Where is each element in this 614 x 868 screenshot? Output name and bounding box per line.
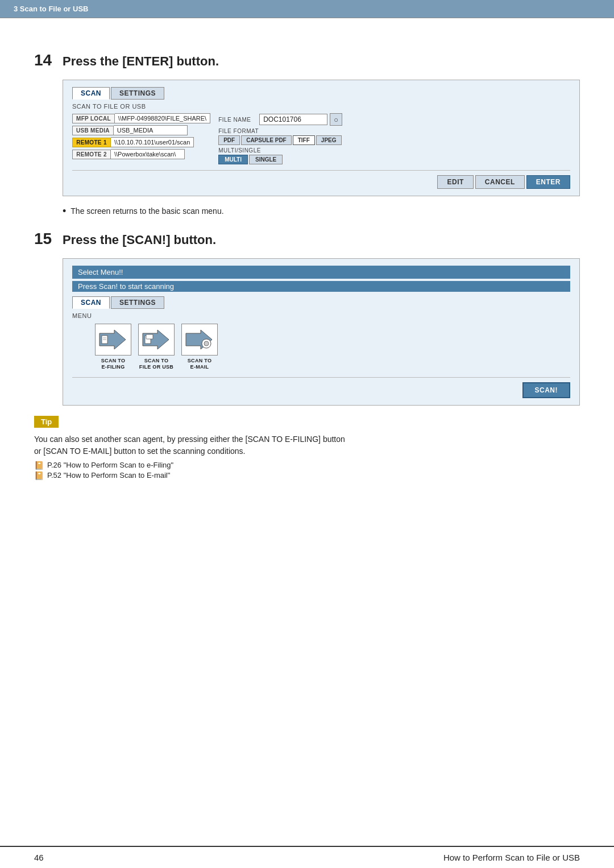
right-col-14: FILE NAME DOC101706 ○ FILE FORMAT PDF CA…	[210, 113, 570, 164]
step14-note-text: The screen returns to the basic scan men…	[70, 206, 223, 216]
fmt-pdf[interactable]: PDF	[218, 135, 240, 145]
tab-settings-15[interactable]: SETTINGS	[111, 296, 164, 309]
header-label: 3 Scan to File or USB	[14, 5, 88, 13]
scan-efiling-label: SCAN TOE-FILING	[101, 358, 125, 370]
fmt-jpeg[interactable]: JPEG	[316, 135, 342, 145]
dest-label-remote2[interactable]: REMOTE 2	[72, 150, 111, 159]
enter-button[interactable]: ENTER	[526, 175, 570, 189]
scan-button[interactable]: SCAN!	[522, 382, 571, 398]
file-name-icon[interactable]: ○	[330, 113, 342, 126]
edit-button[interactable]: EDIT	[437, 175, 473, 189]
dest-remote2: REMOTE 2 \\Powerbox\take\scan\	[72, 149, 210, 159]
scan-fileusb-item[interactable]: SCAN TOFILE OR USB	[138, 324, 175, 370]
format-buttons: PDF CAPSULE PDF TIFF JPEG	[218, 135, 570, 145]
tip-link-2-text: P.52 "How to Perform Scan to E-mail"	[47, 471, 170, 480]
step14-panel: SCAN SETTINGS SCAN TO FILE OR USB MFP LO…	[63, 80, 580, 196]
step14-header: 14 Press the [ENTER] button.	[34, 51, 580, 69]
tip-section: Tip You can also set another scan agent,…	[34, 416, 580, 480]
step15-tabs: SCAN SETTINGS	[72, 296, 570, 309]
fmt-capsule[interactable]: CAPSULE PDF	[241, 135, 292, 145]
dest-label-mfp[interactable]: MFP LOCAL	[72, 114, 115, 123]
file-name-input[interactable]: DOC101706	[259, 114, 327, 125]
dest-value-mfp: \\MFP-04998820\FILE_SHARE\	[115, 113, 210, 123]
header-bar: 3 Scan to File or USB	[0, 0, 614, 18]
book-icon-2: 📔	[34, 471, 44, 480]
multi-single-row: MULTI/SINGLE MULTI SINGLE	[218, 147, 570, 164]
tab-scan-14[interactable]: SCAN	[72, 87, 110, 100]
dest-label-remote1[interactable]: REMOTE 1	[72, 138, 111, 147]
tip-link-1: 📔 P.26 "How to Perform Scan to e-Filing"	[34, 461, 580, 470]
menu-label-15: MENU	[72, 312, 570, 319]
tip-link-2: 📔 P.52 "How to Perform Scan to E-mail"	[34, 471, 580, 480]
scan-email-icon	[185, 328, 214, 352]
step15-header: 15 Press the [SCAN!] button.	[34, 230, 580, 248]
main-content: 14 Press the [ENTER] button. SCAN SETTIN…	[0, 30, 614, 514]
footer-bar: 46 How to Perform Scan to File or USB	[0, 846, 614, 868]
fmt-tiff[interactable]: TIFF	[293, 135, 315, 145]
scan-fileusb-label: SCAN TOFILE OR USB	[139, 358, 173, 370]
file-name-label: FILE NAME	[218, 117, 257, 123]
cancel-button[interactable]: CANCEL	[475, 175, 525, 189]
file-format-row: FILE FORMAT PDF CAPSULE PDF TIFF JPEG	[218, 128, 570, 145]
scan-icons-row: SCAN TOE-FILING SCAN TOFILE OR USB	[95, 324, 570, 370]
step14-note: • The screen returns to the basic scan m…	[63, 206, 580, 217]
step15-title: Press the [SCAN!] button.	[63, 233, 216, 247]
ms-single[interactable]: SINGLE	[249, 155, 283, 164]
panel-body-14: MFP LOCAL \\MFP-04998820\FILE_SHARE\ USB…	[72, 113, 570, 164]
scan-efiling-icon	[98, 328, 128, 352]
step14-title: Press the [ENTER] button.	[63, 54, 219, 69]
scan-email-item[interactable]: SCAN TOE-MAIL	[181, 324, 218, 370]
footer-page: 46	[34, 853, 44, 862]
scan-efiling-box	[95, 324, 131, 356]
svg-rect-7	[146, 334, 153, 339]
scan-efiling-item[interactable]: SCAN TOE-FILING	[95, 324, 131, 370]
scan15-action-row: SCAN!	[72, 377, 570, 398]
scan-to-label-14: SCAN TO FILE OR USB	[72, 103, 570, 110]
scan-fileusb-box	[138, 324, 175, 356]
scan-fileusb-icon	[142, 328, 171, 352]
bullet-dot: •	[63, 205, 66, 217]
footer-title: How to Perform Scan to File or USB	[443, 853, 580, 862]
book-icon-1: 📔	[34, 461, 44, 470]
dest-usb-media: USB MEDIA USB_MEDIA	[72, 125, 210, 135]
tip-text: You can also set another scan agent, by …	[34, 433, 580, 457]
tab-scan-15[interactable]: SCAN	[72, 296, 110, 309]
file-format-label: FILE FORMAT	[218, 128, 570, 134]
dest-mfp-local: MFP LOCAL \\MFP-04998820\FILE_SHARE\	[72, 113, 210, 123]
step15-number: 15	[34, 230, 55, 248]
dest-value-remote2: \\Powerbox\take\scan\	[111, 149, 185, 159]
step14-tabs: SCAN SETTINGS	[72, 87, 570, 100]
dest-value-remote1: \\10.10.70.101\user01/scan	[111, 137, 194, 147]
tip-link-1-text: P.26 "How to Perform Scan to e-Filing"	[47, 461, 173, 469]
destinations-col: MFP LOCAL \\MFP-04998820\FILE_SHARE\ USB…	[72, 113, 210, 164]
select-menu-header: Select Menu!!	[72, 266, 570, 279]
select-menu-sub: Press Scan! to start scanning	[72, 281, 570, 292]
file-name-row: FILE NAME DOC101706 ○	[218, 113, 570, 126]
svg-point-10	[204, 341, 209, 346]
tab-settings-14[interactable]: SETTINGS	[111, 87, 164, 100]
ms-multi[interactable]: MULTI	[218, 155, 248, 164]
dest-value-usb: USB_MEDIA	[114, 125, 188, 135]
tip-label: Tip	[34, 416, 59, 428]
action-row-14: EDIT CANCEL ENTER	[72, 170, 570, 189]
multi-single-label: MULTI/SINGLE	[218, 147, 570, 154]
step14-number: 14	[34, 51, 55, 69]
dest-remote1: REMOTE 1 \\10.10.70.101\user01/scan	[72, 137, 210, 147]
scan-email-label: SCAN TOE-MAIL	[188, 358, 211, 370]
step15-panel: Select Menu!! Press Scan! to start scann…	[63, 258, 580, 406]
scan-email-box	[181, 324, 218, 356]
dest-label-usb[interactable]: USB MEDIA	[72, 126, 114, 135]
ms-buttons: MULTI SINGLE	[218, 155, 570, 164]
